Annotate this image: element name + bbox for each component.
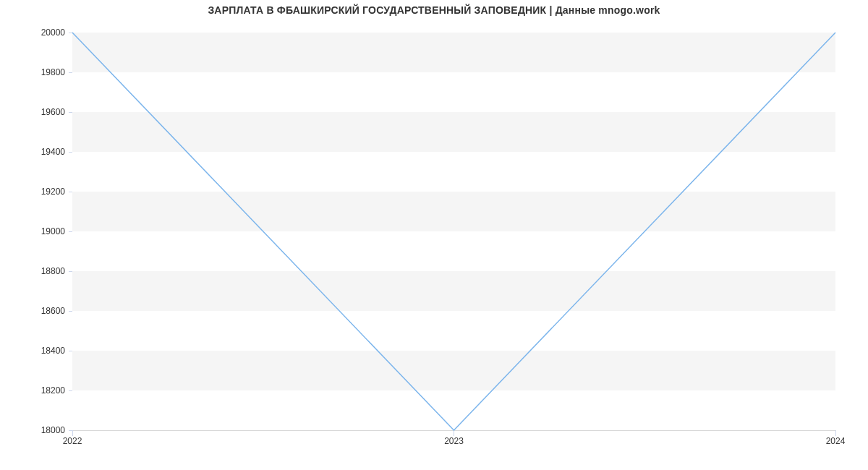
y-tick-label: 19800 <box>41 67 72 77</box>
x-tick-label: 2022 <box>63 430 82 446</box>
x-tick-label: 2024 <box>826 430 846 446</box>
y-tick-label: 20000 <box>41 27 72 38</box>
plot-area: 1800018200184001860018800190001920019400… <box>72 33 835 430</box>
y-tick-label: 19400 <box>41 147 72 157</box>
series-line <box>72 33 835 430</box>
line-layer <box>72 33 835 430</box>
y-tick-label: 18400 <box>41 346 72 356</box>
chart-title: ЗАРПЛАТА В ФБАШКИРСКИЙ ГОСУДАРСТВЕННЫЙ З… <box>0 4 868 16</box>
y-tick-label: 18600 <box>41 306 72 316</box>
x-tick-label: 2023 <box>444 430 464 446</box>
y-tick-label: 18800 <box>41 266 72 276</box>
y-tick-label: 19000 <box>41 226 72 236</box>
y-tick-label: 19200 <box>41 187 72 197</box>
y-tick-label: 19600 <box>41 107 72 117</box>
salary-line-chart: ЗАРПЛАТА В ФБАШКИРСКИЙ ГОСУДАРСТВЕННЫЙ З… <box>0 0 868 470</box>
y-tick-label: 18200 <box>41 385 72 396</box>
